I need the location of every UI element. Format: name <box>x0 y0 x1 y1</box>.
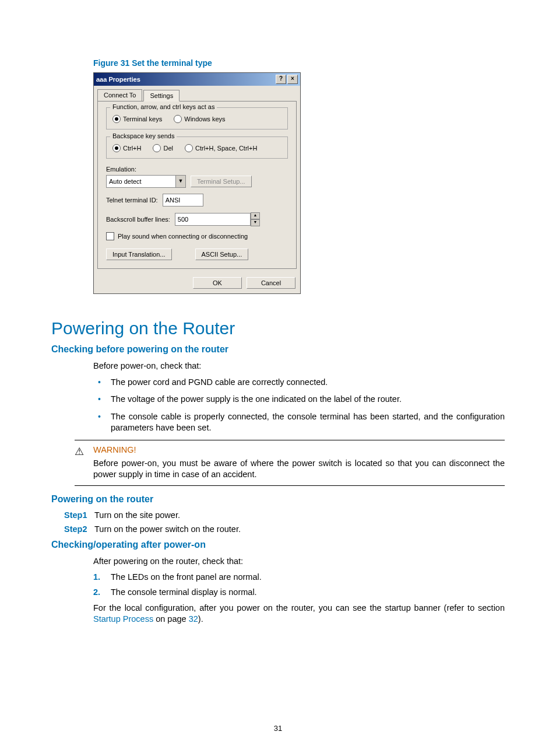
step-row: Step1 Turn on the site power. <box>64 510 505 520</box>
ok-button[interactable]: OK <box>193 277 242 289</box>
document-page: Figure 31 Set the terminal type aaa Prop… <box>0 0 556 756</box>
step-text: Turn on the power switch on the router. <box>94 524 241 534</box>
radio-label: Ctrl+H <box>123 145 141 152</box>
figure-caption: Figure 31 Set the terminal type <box>93 58 505 68</box>
terminal-setup-button[interactable]: Terminal Setup... <box>191 176 252 187</box>
close-icon[interactable]: × <box>287 75 298 84</box>
closing-text: ). <box>198 614 203 624</box>
tab-connect-to[interactable]: Connect To <box>97 89 142 101</box>
closing-text: on page <box>153 614 188 624</box>
heading-powering-on: Powering on the Router <box>51 318 505 338</box>
emulation-value: Auto detect <box>106 175 176 188</box>
play-sound-checkbox[interactable]: Play sound when connecting or disconnect… <box>106 232 288 240</box>
checkbox-label: Play sound when connecting or disconnect… <box>118 233 248 240</box>
before-bullet-list: The power cord and PGND cable are correc… <box>93 377 505 434</box>
subheading-after: Checking/operating after power-on <box>51 540 505 550</box>
subheading-power-on: Powering on the router <box>51 494 505 505</box>
radio-icon <box>112 115 121 123</box>
subheading-check-before: Checking before powering on the router <box>51 344 505 355</box>
warning-box: ⚠ WARNING! Before power-on, you must be … <box>75 440 505 486</box>
step-text: Turn on the site power. <box>94 510 180 520</box>
emulation-combo[interactable]: Auto detect ▼ <box>106 175 186 188</box>
radio-ctrl-h-space[interactable]: Ctrl+H, Space, Ctrl+H <box>185 144 257 152</box>
radio-label: Del <box>163 145 173 152</box>
tab-body: Function, arrow, and ctrl keys act as Te… <box>97 101 297 269</box>
spin-down-icon[interactable]: ▼ <box>251 219 260 226</box>
tab-settings[interactable]: Settings <box>143 90 180 102</box>
warning-title: WARNING! <box>93 445 505 454</box>
tab-strip: Connect To Settings <box>94 86 300 101</box>
group-legend: Function, arrow, and ctrl keys act as <box>110 103 217 110</box>
properties-dialog: aaa Properties ? × Connect To Settings F… <box>93 72 301 294</box>
backscroll-value[interactable]: 500 <box>175 213 251 226</box>
radio-icon <box>185 144 193 152</box>
spin-up-icon[interactable]: ▲ <box>251 212 260 219</box>
radio-icon <box>174 115 182 123</box>
group-backspace: Backspace key sends Ctrl+H Del Ctrl+H, S… <box>106 136 288 159</box>
after-intro-text: After powering on the router, check that… <box>93 556 505 568</box>
input-translation-button[interactable]: Input Translation... <box>106 249 172 260</box>
backscroll-label: Backscroll buffer lines: <box>106 216 170 223</box>
before-intro-text: Before power-on, check that: <box>93 360 505 372</box>
backscroll-spinner[interactable]: 500 ▲ ▼ <box>175 212 260 226</box>
closing-paragraph: For the local configuration, after you p… <box>93 603 505 625</box>
checkbox-icon <box>106 232 114 240</box>
radio-del[interactable]: Del <box>153 144 173 152</box>
step-label: Step1 <box>64 510 94 520</box>
radio-icon <box>112 144 121 152</box>
dialog-titlebar: aaa Properties ? × <box>94 73 300 86</box>
telnet-id-input[interactable]: ANSI <box>163 194 203 206</box>
group-function-keys: Function, arrow, and ctrl keys act as Te… <box>106 107 288 130</box>
list-item: The power cord and PGND cable are correc… <box>93 377 505 388</box>
radio-terminal-keys[interactable]: Terminal keys <box>112 115 162 123</box>
dialog-title: aaa Properties <box>96 76 140 83</box>
list-item: The voltage of the power supply is the o… <box>93 394 505 405</box>
steps-list: Step1 Turn on the site power. Step2 Turn… <box>64 510 505 534</box>
link-startup-process[interactable]: Startup Process <box>93 614 153 624</box>
radio-windows-keys[interactable]: Windows keys <box>174 115 225 123</box>
warning-text: Before power-on, you must be aware of wh… <box>93 458 505 481</box>
ascii-setup-button[interactable]: ASCII Setup... <box>195 249 249 260</box>
warning-icon: ⚠ <box>75 445 84 458</box>
radio-label: Windows keys <box>184 116 225 123</box>
list-item: The LEDs on the front panel are normal. <box>93 572 505 582</box>
cancel-button[interactable]: Cancel <box>247 277 295 289</box>
closing-text: For the local configuration, after you p… <box>93 603 505 612</box>
radio-label: Terminal keys <box>123 116 162 123</box>
link-page-32[interactable]: 32 <box>189 614 198 624</box>
step-label: Step2 <box>64 524 94 534</box>
telnet-id-label: Telnet terminal ID: <box>106 197 158 204</box>
step-row: Step2 Turn on the power switch on the ro… <box>64 524 505 534</box>
group-legend: Backspace key sends <box>110 132 177 139</box>
radio-label: Ctrl+H, Space, Ctrl+H <box>195 145 257 152</box>
help-icon[interactable]: ? <box>276 75 286 84</box>
radio-icon <box>153 144 161 152</box>
after-numbered-list: The LEDs on the front panel are normal. … <box>93 572 505 597</box>
radio-ctrl-h[interactable]: Ctrl+H <box>112 144 141 152</box>
list-item: The console cable is properly connected,… <box>93 411 505 434</box>
chevron-down-icon[interactable]: ▼ <box>176 175 186 188</box>
page-number: 31 <box>0 724 556 733</box>
emulation-label: Emulation: <box>106 166 288 173</box>
list-item: The console terminal display is normal. <box>93 587 505 597</box>
